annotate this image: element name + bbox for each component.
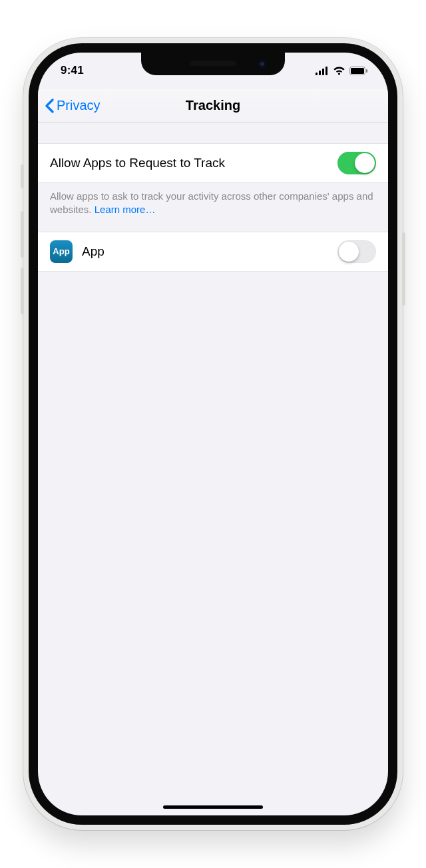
allow-tracking-label: Allow Apps to Request to Track	[50, 156, 225, 170]
back-button[interactable]: Privacy	[45, 89, 101, 122]
app-row-label: App	[82, 244, 105, 259]
toggle-knob	[339, 242, 359, 262]
back-label: Privacy	[57, 98, 101, 113]
app-icon: App	[50, 240, 73, 263]
page-title: Tracking	[186, 98, 240, 113]
allow-tracking-row: Allow Apps to Request to Track	[38, 143, 388, 183]
svg-rect-0	[316, 73, 318, 75]
svg-rect-6	[366, 69, 367, 73]
volume-up-button	[21, 211, 24, 258]
silence-switch	[21, 164, 24, 188]
phone-bezel: 9:41	[29, 43, 397, 825]
phone-frame: 9:41	[23, 38, 403, 830]
status-time: 9:41	[61, 64, 84, 77]
notch	[141, 53, 285, 75]
svg-rect-5	[351, 68, 364, 74]
nav-bar: Privacy Tracking	[38, 89, 388, 123]
learn-more-link[interactable]: Learn more…	[95, 204, 156, 215]
volume-down-button	[21, 268, 24, 314]
front-camera	[258, 60, 266, 68]
svg-rect-1	[319, 71, 321, 75]
toggle-knob	[355, 153, 375, 173]
content: Allow Apps to Request to Track Allow app…	[38, 123, 388, 272]
app-row-left: App App	[50, 240, 105, 263]
chevron-left-icon	[45, 99, 54, 113]
wifi-icon	[333, 67, 345, 75]
svg-rect-2	[322, 69, 324, 75]
home-indicator[interactable]	[163, 805, 263, 809]
speaker-grille	[190, 61, 236, 66]
status-icons	[316, 67, 368, 75]
svg-rect-3	[325, 67, 327, 75]
power-button	[402, 232, 405, 306]
battery-icon	[349, 67, 368, 75]
cellular-icon	[316, 67, 329, 75]
app-tracking-toggle[interactable]	[337, 240, 376, 263]
allow-tracking-description: Allow apps to ask to track your activity…	[38, 183, 388, 232]
allow-tracking-toggle[interactable]	[337, 152, 376, 174]
app-tracking-row: App App	[38, 232, 388, 272]
screen: 9:41	[38, 53, 388, 815]
